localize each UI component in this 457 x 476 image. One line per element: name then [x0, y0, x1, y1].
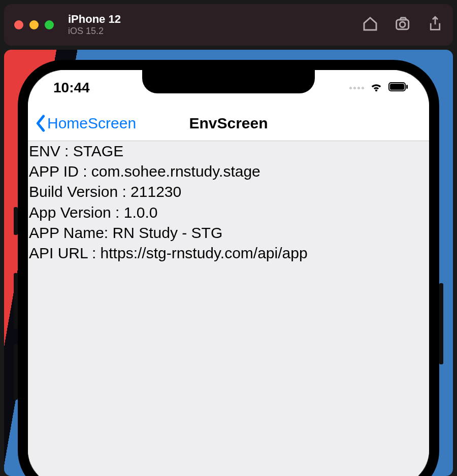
back-label: HomeScreen [47, 115, 136, 132]
status-time: 10:44 [53, 80, 90, 96]
home-icon[interactable] [362, 16, 379, 34]
close-window-button[interactable] [14, 20, 23, 29]
navigation-bar: HomeScreen EnvScreen [28, 106, 429, 141]
mute-switch[interactable] [14, 207, 18, 235]
build-version-row: Build Version : 211230 [29, 182, 428, 202]
nav-title: EnvScreen [189, 115, 268, 132]
app-name-row: APP Name: RN Study - STG [29, 223, 428, 243]
share-icon[interactable] [428, 15, 443, 35]
desktop-wallpaper: 10:44 [4, 50, 453, 476]
app-version-row: App Version : 1.0.0 [29, 202, 428, 223]
back-button[interactable]: HomeScreen [35, 115, 136, 132]
simulator-titlebar: iPhone 12 iOS 15.2 [4, 4, 453, 46]
os-version: iOS 15.2 [68, 26, 121, 37]
cellular-signal-icon [349, 87, 364, 89]
api-url-row: API URL : https://stg-rnstudy.com/api/ap… [29, 243, 428, 263]
minimize-window-button[interactable] [29, 20, 39, 29]
screenshot-icon[interactable] [394, 16, 412, 34]
device-name: iPhone 12 [68, 13, 121, 25]
volume-up-button[interactable] [14, 273, 18, 329]
phone-frame: 10:44 [18, 60, 439, 476]
svg-rect-4 [406, 85, 408, 89]
svg-point-1 [400, 22, 405, 27]
volume-down-button[interactable] [14, 344, 18, 400]
zoom-window-button[interactable] [45, 20, 54, 29]
env-row: ENV : STAGE [29, 141, 428, 161]
svg-rect-3 [390, 84, 404, 90]
phone-screen: 10:44 [28, 70, 429, 476]
chevron-left-icon [38, 116, 43, 130]
power-button[interactable] [439, 283, 443, 364]
screen-content: ENV : STAGE APP ID : com.sohee.rnstudy.s… [28, 141, 429, 476]
wifi-icon [369, 81, 383, 94]
simulator-title: iPhone 12 iOS 15.2 [68, 13, 121, 36]
battery-icon [388, 82, 409, 94]
window-traffic-lights [14, 20, 54, 29]
notch [142, 70, 315, 93]
app-id-row: APP ID : com.sohee.rnstudy.stage [29, 161, 428, 182]
